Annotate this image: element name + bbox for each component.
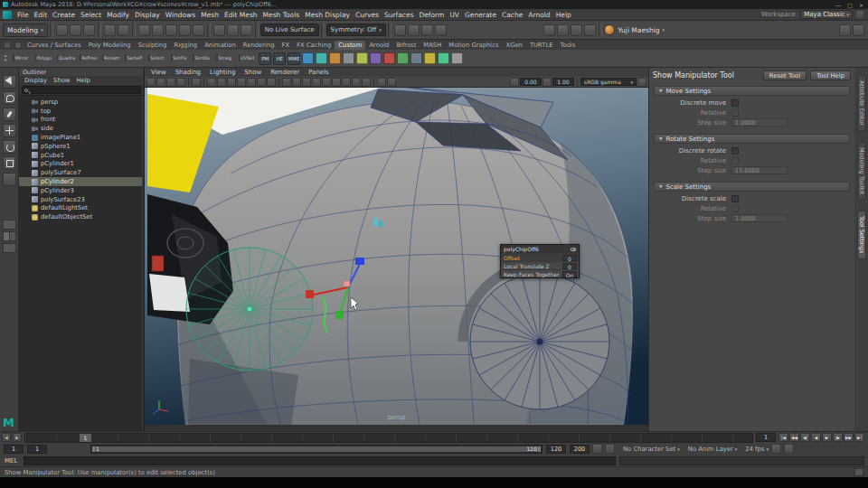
- shelf-tab[interactable]: Arnold: [365, 41, 392, 50]
- shelf-tab[interactable]: Motion Graphics: [445, 41, 502, 50]
- fps-selector[interactable]: 24 fps ▾: [745, 446, 769, 453]
- time-ruler[interactable]: 1: [24, 433, 753, 443]
- rotate-tool-icon[interactable]: [3, 140, 16, 154]
- motion-blur-icon[interactable]: [342, 78, 351, 87]
- shelf-menu-gear-icon[interactable]: [4, 42, 11, 49]
- screen-space-ao-icon[interactable]: [332, 78, 341, 87]
- close-button[interactable]: ×: [859, 2, 863, 8]
- shelf-icon[interactable]: [383, 52, 395, 64]
- menu-item[interactable]: Surfaces: [382, 11, 416, 19]
- image-plane-icon[interactable]: [192, 78, 201, 87]
- hud-attribute-value[interactable]: 0: [562, 255, 577, 261]
- show-sidebar-icon[interactable]: [839, 24, 851, 36]
- range-end-handle[interactable]: [538, 446, 541, 452]
- shelf-button[interactable]: PM: [259, 52, 271, 65]
- shelf-icon[interactable]: [424, 52, 436, 64]
- outliner-item[interactable]: top: [19, 107, 142, 116]
- safe-title-icon[interactable]: [267, 78, 276, 87]
- step-forward-key-button[interactable]: ▶▶: [844, 433, 854, 442]
- menu-item[interactable]: Arnold: [525, 11, 552, 19]
- panel-menu-item[interactable]: Shading: [171, 69, 205, 76]
- save-scene-icon[interactable]: [83, 24, 95, 36]
- shelf-button[interactable]: UVSet: [235, 56, 258, 61]
- view-grid-icon[interactable]: [207, 78, 216, 87]
- move-tool-icon[interactable]: [3, 124, 16, 137]
- sidebar-tab[interactable]: Modeling Toolkit: [857, 142, 866, 200]
- shelf-tab[interactable]: FX: [278, 41, 294, 50]
- soft-select-icon[interactable]: [421, 24, 433, 36]
- go-to-end-button[interactable]: ▶|: [854, 433, 864, 442]
- outliner-menu-item[interactable]: Display: [22, 77, 50, 84]
- field-chart-icon[interactable]: [247, 78, 256, 87]
- in-view-editor-row[interactable]: Keep Faces Together On: [501, 269, 579, 277]
- outliner-item[interactable]: pSphere1: [19, 142, 142, 151]
- menu-item[interactable]: Generate: [462, 11, 499, 19]
- shelf-tab[interactable]: Bifrost: [392, 41, 420, 50]
- panel-menu-item[interactable]: View: [146, 69, 171, 76]
- shelf-icon[interactable]: [370, 52, 382, 64]
- outliner-item[interactable]: side: [19, 124, 142, 133]
- open-scene-icon[interactable]: [70, 24, 81, 36]
- setting-checkbox[interactable]: [731, 147, 739, 155]
- highlight-selection-icon[interactable]: [408, 24, 420, 36]
- shelf-button[interactable]: Mirror: [9, 56, 32, 61]
- exposure-toggle-icon[interactable]: [510, 78, 519, 87]
- select-camera-icon[interactable]: [146, 78, 156, 87]
- mute-lock-icon[interactable]: [784, 444, 794, 454]
- minimize-button[interactable]: —: [835, 2, 841, 8]
- animation-preferences-icon[interactable]: [771, 444, 781, 454]
- go-to-start-button[interactable]: |◀: [778, 433, 788, 442]
- range-start-handle[interactable]: [92, 446, 95, 452]
- camera-attributes-icon[interactable]: [166, 78, 175, 87]
- snap-plane-icon[interactable]: [179, 24, 191, 36]
- shelf-tab[interactable]: XGen: [503, 41, 526, 50]
- shelf-icon[interactable]: [343, 52, 354, 64]
- outliner-item[interactable]: defaultLightSet: [19, 204, 142, 213]
- setting-checkbox[interactable]: [731, 195, 739, 202]
- input-connections-icon[interactable]: [213, 24, 225, 36]
- workspace-panel-icon[interactable]: [853, 24, 864, 36]
- setting-field[interactable]: 15.0000: [731, 166, 788, 174]
- setting-field[interactable]: 1.0000: [731, 214, 788, 222]
- setting-checkbox[interactable]: [731, 99, 739, 107]
- group-divider[interactable]: [50, 23, 53, 37]
- group-divider[interactable]: [321, 23, 325, 37]
- shelf-icon[interactable]: [329, 52, 341, 64]
- view-transform-selector[interactable]: sRGB gamma ▾: [580, 78, 637, 86]
- group-divider[interactable]: [132, 23, 136, 37]
- shelf-tab[interactable]: Poly Modeling: [85, 41, 135, 50]
- shelf-icon[interactable]: [316, 52, 327, 64]
- lock-camera-icon[interactable]: [156, 78, 165, 87]
- shelf-button[interactable]: Straig: [212, 56, 235, 61]
- outliner-item[interactable]: imagePlane1: [19, 133, 142, 142]
- shelf-tab[interactable]: Rendering: [240, 41, 278, 50]
- shelf-tab[interactable]: Curves / Surfaces: [24, 41, 85, 50]
- render-settings-icon[interactable]: [584, 24, 596, 36]
- maya-logo-icon[interactable]: [3, 11, 12, 19]
- menu-set-selector[interactable]: Modeling ▾: [3, 23, 48, 37]
- in-view-editor-row[interactable]: Local Translate Z 0: [501, 261, 579, 269]
- tool-help-button[interactable]: Tool Help: [810, 70, 851, 80]
- eye-icon[interactable]: [571, 248, 576, 251]
- layout-four-pane-icon[interactable]: [3, 243, 16, 253]
- select-tool-icon[interactable]: [3, 75, 16, 89]
- menu-item[interactable]: Mesh Tools: [260, 11, 303, 19]
- outliner-item[interactable]: defaultObjectSet: [19, 212, 142, 221]
- wireframe-icon[interactable]: [282, 78, 291, 87]
- shelf-button[interactable]: HE: [273, 52, 286, 65]
- film-gate-icon[interactable]: [217, 78, 226, 87]
- hud-attribute-value[interactable]: On: [562, 271, 577, 277]
- next-frame-icon[interactable]: ▶: [13, 433, 22, 442]
- use-all-lights-icon[interactable]: [312, 78, 321, 87]
- animation-start-field[interactable]: 1: [4, 445, 24, 454]
- multisample-icon[interactable]: [352, 78, 361, 87]
- menu-item[interactable]: Edit Mesh: [222, 11, 260, 19]
- lasso-tool-icon[interactable]: [3, 91, 16, 105]
- outliner-item[interactable]: front: [19, 116, 142, 125]
- shelf-icon[interactable]: [356, 52, 368, 64]
- outliner-item[interactable]: pCube1: [19, 151, 142, 160]
- menu-item[interactable]: Display: [132, 11, 163, 19]
- step-forward-frame-button[interactable]: |▶: [833, 433, 843, 442]
- gamma-toggle-icon[interactable]: [542, 78, 552, 87]
- range-bar[interactable]: 1 120: [90, 445, 542, 454]
